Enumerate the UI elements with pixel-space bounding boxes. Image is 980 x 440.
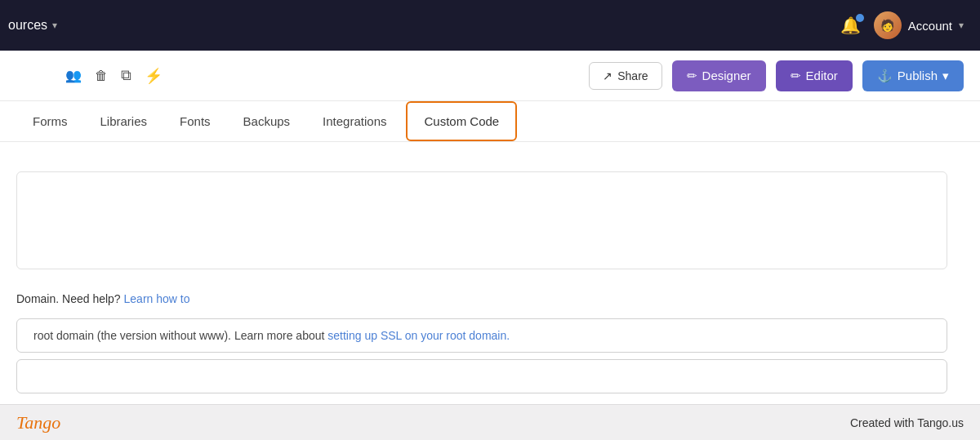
nav-right: 🔔 🧑 Account ▾ xyxy=(840,11,964,39)
share-icon: ↗ xyxy=(603,69,612,82)
learn-how-to-link[interactable]: Learn how to xyxy=(124,292,190,305)
publish-button[interactable]: ⚓ Publish ▾ xyxy=(862,60,964,91)
editor-label: Editor xyxy=(806,69,838,82)
designer-label: Designer xyxy=(702,69,751,82)
footer-credit: Created with Tango.us xyxy=(850,416,964,429)
publish-chevron-icon: ▾ xyxy=(942,69,949,83)
editor-button[interactable]: ✏ Editor xyxy=(776,60,853,91)
toolbar: ⚡ ↗ Share ✏ Designer ✏ Editor ⚓ Publish … xyxy=(0,51,980,101)
ssl-info-row: root domain (the version without www). L… xyxy=(16,318,947,353)
account-chevron-icon: ▾ xyxy=(959,20,964,31)
people-icon xyxy=(65,67,82,84)
extra-row xyxy=(16,359,947,393)
tab-custom-code-label: Custom Code xyxy=(424,114,499,128)
tab-integrations-label: Integrations xyxy=(323,114,386,128)
trash-icon xyxy=(95,67,108,84)
cursor-button[interactable]: ⚡ xyxy=(145,67,163,85)
cursor-icon: ⚡ xyxy=(145,67,163,85)
domain-help-row: Domain. Need help? Learn how to xyxy=(0,279,964,318)
ssl-info-text: root domain (the version without www). L… xyxy=(33,329,324,342)
tabs-row: Forms Libraries Fonts Backups Integratio… xyxy=(0,101,980,142)
trash-button[interactable] xyxy=(95,67,108,84)
tango-logo: Tango xyxy=(16,412,60,433)
domain-help-text: Domain. Need help? xyxy=(16,292,121,305)
content-box xyxy=(16,171,947,269)
avatar-image: 🧑 xyxy=(880,19,894,32)
tab-backups[interactable]: Backups xyxy=(227,103,307,140)
nav-left: ources ▾ xyxy=(0,18,57,33)
publish-label: Publish xyxy=(898,69,938,82)
toolbar-left-icons: ⚡ xyxy=(16,67,163,85)
anchor-icon: ⚓ xyxy=(877,69,893,83)
top-navbar: ources ▾ 🔔 🧑 Account ▾ xyxy=(0,0,980,51)
designer-button[interactable]: ✏ Designer xyxy=(672,60,766,91)
tab-fonts[interactable]: Fonts xyxy=(163,103,227,140)
sources-chevron-icon: ▾ xyxy=(52,20,57,31)
share-button[interactable]: ↗ Share xyxy=(589,62,662,90)
notifications-button[interactable]: 🔔 xyxy=(840,16,861,35)
sources-menu[interactable]: ources ▾ xyxy=(8,18,57,33)
tab-forms[interactable]: Forms xyxy=(16,103,84,140)
tab-libraries-label: Libraries xyxy=(100,114,148,128)
tab-forms-label: Forms xyxy=(33,114,68,128)
notification-badge xyxy=(856,14,864,22)
tab-integrations[interactable]: Integrations xyxy=(306,103,403,140)
avatar: 🧑 xyxy=(874,11,902,39)
copy-icon xyxy=(121,67,131,84)
account-label: Account xyxy=(908,19,952,33)
sources-label: ources xyxy=(8,18,47,33)
tab-custom-code[interactable]: Custom Code xyxy=(406,101,517,141)
tab-fonts-label: Fonts xyxy=(180,114,211,128)
editor-pencil-icon: ✏ xyxy=(791,69,801,83)
tab-libraries[interactable]: Libraries xyxy=(84,103,164,140)
ssl-link[interactable]: setting up SSL on your root domain. xyxy=(327,329,510,342)
footer: Tango Created with Tango.us xyxy=(0,404,980,440)
content-area: Domain. Need help? Learn how to root dom… xyxy=(0,142,980,416)
tab-backups-label: Backups xyxy=(243,114,291,128)
copy-button[interactable] xyxy=(121,67,131,84)
people-icon-button[interactable] xyxy=(65,67,82,84)
account-menu[interactable]: 🧑 Account ▾ xyxy=(874,11,964,39)
share-label: Share xyxy=(617,69,648,82)
pencil-icon: ✏ xyxy=(687,69,697,83)
